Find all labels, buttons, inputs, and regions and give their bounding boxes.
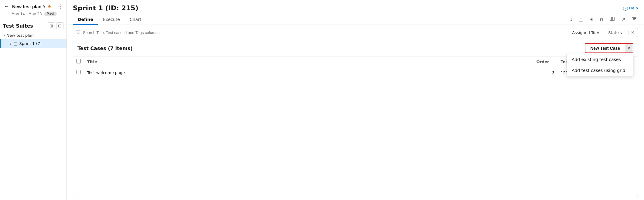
test-cases-table: Title Order Test te Test welcome page 3 … [73, 56, 638, 78]
row-checkbox-cell [73, 67, 84, 78]
child-caret-icon: › [10, 41, 12, 46]
remove-suite-button[interactable]: ⊟ [56, 22, 63, 29]
state-chevron: ∨ [620, 30, 623, 35]
col-title-header: Title [84, 56, 533, 67]
star-icon[interactable]: ★ [47, 4, 52, 9]
new-test-case-button[interactable]: New Test Case [585, 43, 625, 53]
select-all-checkbox[interactable] [76, 59, 81, 63]
add-existing-test-cases-item[interactable]: Add existing test cases [567, 54, 633, 65]
sidebar-header: ← New test plan ∨ ★ ⋮ [0, 0, 66, 11]
tab-define[interactable]: Define [73, 14, 98, 25]
row-order-cell: 3 [533, 67, 557, 78]
suite-tree: ∨ New test plan › □ Sprint 1 (7) [0, 32, 66, 200]
past-badge: Past [44, 12, 57, 16]
add-suite-button[interactable]: ⊞ [48, 22, 55, 29]
help-circle-icon: ? [623, 6, 628, 11]
main-content: Sprint 1 (ID: 215) ? Help Define Execute… [67, 0, 644, 200]
assigned-to-chevron: ∨ [597, 30, 600, 35]
sprint-title: Sprint 1 (ID: 215) [73, 4, 138, 12]
columns-icon[interactable] [608, 15, 616, 24]
col-order-header: Order [533, 56, 557, 67]
tabs-toolbar: Define Execute Chart ↓ ↑ ⊞ ⧈ ↗ [67, 14, 644, 25]
svg-rect-0 [610, 17, 611, 21]
tab-execute[interactable]: Execute [98, 14, 125, 25]
search-input[interactable] [83, 30, 566, 35]
main-header: Sprint 1 (ID: 215) ? Help [67, 0, 644, 14]
table-header-row: Title Order Test te [73, 56, 638, 67]
sidebar-date: May 14 - May 28 Past [0, 11, 66, 19]
assigned-to-filter[interactable]: Assigned To ∨ [569, 30, 602, 35]
search-bar: Assigned To ∨ State ∨ ✕ [73, 28, 638, 37]
assigned-to-label: Assigned To [572, 30, 595, 35]
test-suites-actions: ⊞ ⊟ [48, 22, 63, 29]
grid-icon[interactable]: ⊞ [588, 15, 595, 23]
new-test-case-group: New Test Case ∨ Add existing test cases … [585, 43, 633, 53]
expand-icon[interactable]: ↗ [620, 15, 626, 23]
col-checkbox [73, 56, 84, 67]
more-options-icon[interactable]: ⋮ [58, 3, 63, 10]
svg-rect-1 [612, 17, 612, 21]
date-range-label: May 14 - May 28 [12, 12, 42, 16]
help-label: Help [629, 6, 638, 10]
back-button[interactable]: ← [3, 3, 10, 10]
upload-icon[interactable]: ↑ [578, 15, 584, 23]
plan-name-button[interactable]: New test plan ∨ [12, 4, 46, 9]
row-title-cell: Test welcome page [84, 67, 533, 78]
child-suite-label: Sprint 1 (7) [19, 41, 42, 46]
folder-icon: □ [13, 41, 17, 46]
suite-item-parent[interactable]: ∨ New test plan [0, 32, 66, 39]
state-filter[interactable]: State ∨ [605, 30, 626, 35]
new-test-case-dropdown-menu: Add existing test cases Add test cases u… [567, 54, 633, 76]
sidebar: ← New test plan ∨ ★ ⋮ May 14 - May 28 Pa… [0, 0, 67, 200]
new-test-case-dropdown-button[interactable]: ∨ [625, 43, 633, 53]
parent-suite-label: New test plan [6, 33, 34, 38]
test-cases-section: Test Cases (7 items) New Test Case ∨ Add… [73, 40, 638, 197]
split-icon[interactable]: ⧈ [599, 15, 604, 23]
search-filter-icon [76, 30, 80, 35]
test-suites-heading: Test Suites ⊞ ⊟ [0, 19, 66, 32]
plan-name-chevron: ∨ [43, 4, 46, 8]
plan-name-label: New test plan [12, 4, 42, 9]
add-test-cases-grid-item[interactable]: Add test cases using grid [567, 65, 633, 76]
tab-chart[interactable]: Chart [125, 14, 146, 25]
toolbar-icons: ↓ ↑ ⊞ ⧈ ↗ [569, 15, 638, 24]
test-suites-label: Test Suites [3, 23, 33, 29]
download-icon[interactable]: ↓ [569, 15, 574, 23]
test-cases-title: Test Cases (7 items) [77, 46, 133, 51]
row-checkbox[interactable] [76, 70, 81, 74]
table-row: Test welcome page 3 127 igr [73, 67, 638, 78]
close-filter-icon[interactable]: ✕ [628, 30, 635, 35]
help-link[interactable]: ? Help [623, 6, 638, 11]
svg-rect-2 [613, 17, 614, 21]
parent-caret-icon: ∨ [3, 34, 5, 37]
state-label: State [608, 30, 618, 35]
suite-item-child-sprint1[interactable]: › □ Sprint 1 (7) [0, 39, 66, 48]
filter-lines-icon[interactable] [631, 15, 638, 23]
test-cases-header: Test Cases (7 items) New Test Case ∨ Add… [73, 40, 638, 56]
